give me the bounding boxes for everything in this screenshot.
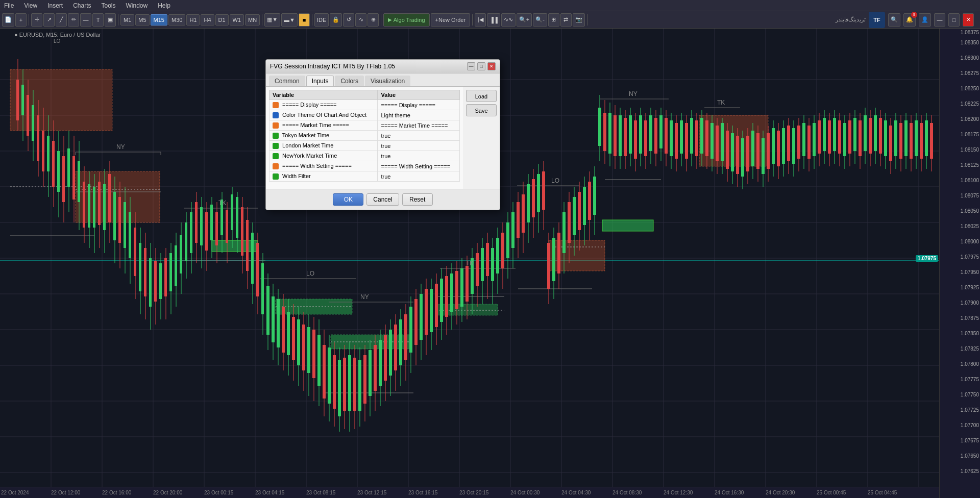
zoom-in-button[interactable]: + <box>15 13 27 27</box>
new-chart-button[interactable]: 📄 <box>2 13 14 27</box>
close-button[interactable]: ✕ <box>963 13 974 27</box>
time-label-15: 24 Oct 20:30 <box>766 490 795 495</box>
table-row[interactable]: London Market Time true <box>270 141 460 151</box>
scroll-back[interactable]: |◀ <box>475 13 486 27</box>
refresh-button[interactable]: ↺ <box>343 13 354 27</box>
svg-rect-418 <box>920 123 923 159</box>
svg-rect-148 <box>231 194 233 230</box>
row-var-text: ===== Width Setting ===== <box>282 163 352 169</box>
tab-common[interactable]: Common <box>269 76 305 86</box>
maximize-button[interactable]: □ <box>948 13 960 27</box>
dialog-close-button[interactable]: ✕ <box>487 62 496 70</box>
sync-button[interactable]: ⇄ <box>560 13 572 27</box>
save-button[interactable]: Save <box>466 104 497 116</box>
new-order-label: New Order <box>438 17 465 23</box>
profile-icon[interactable]: 👤 <box>919 13 931 27</box>
tf-mn[interactable]: MN <box>245 14 260 26</box>
tab-visualization[interactable]: Visualization <box>365 76 410 86</box>
settings-dialog[interactable]: FVG Session Intraday ICT MT5 By TFlab 1.… <box>265 59 500 210</box>
svg-rect-90 <box>83 182 85 228</box>
svg-rect-310 <box>644 120 647 156</box>
chart-color[interactable]: ■ <box>299 13 310 27</box>
tf-h1[interactable]: H1 <box>186 14 200 26</box>
table-row[interactable]: Color Theme Of Chart And Object Light th… <box>270 110 460 120</box>
draw-tool[interactable]: ✏ <box>68 13 79 27</box>
text-tool[interactable]: T <box>92 13 104 27</box>
tf-m15[interactable]: M15 <box>151 14 167 26</box>
hline-tool[interactable]: — <box>80 13 91 27</box>
chart-area[interactable]: NY TK LO NY TK LO NY TK ● EURUSD, M15: E… <box>0 29 980 498</box>
table-row[interactable]: ===== Market Time ===== ===== Market Tim… <box>270 120 460 131</box>
zoom-bars[interactable]: ▐▐ <box>487 13 500 27</box>
algo-trading-button[interactable]: ▶ algo_tradingAlgo Trading <box>383 13 429 27</box>
tf-m1[interactable]: M1 <box>120 14 134 26</box>
tf-w1[interactable]: W1 <box>230 14 244 26</box>
arrow-tool[interactable]: ↗ <box>43 13 55 27</box>
zoom-out-btn[interactable]: 🔍- <box>533 13 547 27</box>
svg-rect-202 <box>369 350 372 396</box>
load-button[interactable]: Load <box>466 90 497 102</box>
time-axis: 22 Oct 2024 22 Oct 12:00 22 Oct 16:00 22… <box>0 487 939 498</box>
menu-charts[interactable]: Charts <box>71 1 93 10</box>
dialog-minimize-button[interactable]: — <box>467 62 475 70</box>
volume-chart[interactable]: ∿∿ <box>501 13 516 27</box>
screenshot-button[interactable]: 📷 <box>573 13 585 27</box>
current-price-badge: 1.07975 <box>916 255 938 262</box>
svg-rect-38 <box>602 220 653 231</box>
svg-rect-196 <box>353 358 356 411</box>
svg-rect-318 <box>665 118 668 154</box>
price-23: 1.07800 <box>940 361 979 367</box>
toolbar-separator-3 <box>262 14 262 26</box>
chart-style-bar[interactable]: ▬▼ <box>281 13 298 27</box>
svg-rect-98 <box>103 184 106 230</box>
ide-button[interactable]: IDE <box>314 13 329 27</box>
reset-button[interactable]: Reset <box>402 193 433 206</box>
toolbar-separator-5 <box>381 14 381 26</box>
menu-insert[interactable]: Insert <box>45 1 65 10</box>
cancel-button[interactable]: Cancel <box>366 193 399 206</box>
table-row[interactable]: NewYork Market Time true <box>270 151 460 161</box>
tf-m5[interactable]: M5 <box>135 14 149 26</box>
menu-file[interactable]: File <box>2 1 16 10</box>
grid-toggle[interactable]: ⊞ <box>548 13 559 27</box>
svg-rect-388 <box>843 123 846 156</box>
chart-type-selector[interactable]: ▦▼ <box>264 13 280 27</box>
tab-inputs[interactable]: Inputs <box>306 76 334 86</box>
price-9: 1.08150 <box>940 147 979 153</box>
tf-d1[interactable]: D1 <box>215 14 229 26</box>
tab-colors[interactable]: Colors <box>335 76 364 86</box>
ok-button[interactable]: OK <box>333 193 363 206</box>
indicator-button[interactable]: ∿ <box>355 13 366 27</box>
svg-rect-214 <box>399 319 402 365</box>
tf-m30[interactable]: M30 <box>168 14 185 26</box>
dialog-restore-button[interactable]: □ <box>477 62 485 70</box>
svg-rect-402 <box>879 118 882 154</box>
menu-tools[interactable]: Tools <box>100 1 118 10</box>
time-label-17: 25 Oct 04:45 <box>868 490 897 495</box>
lock-button[interactable]: 🔒 <box>330 13 342 27</box>
table-row[interactable]: ===== Display ===== ===== Display ===== <box>270 100 460 110</box>
tf-h4[interactable]: H4 <box>201 14 214 26</box>
dialog-table-container[interactable]: Variable Value ===== Display ===== ===== <box>266 87 463 189</box>
svg-rect-392 <box>853 118 856 151</box>
svg-rect-350 <box>746 136 749 171</box>
svg-rect-368 <box>792 128 795 164</box>
notification-icon[interactable]: 🔔 9 <box>903 13 916 27</box>
new-order-button[interactable]: + New Order <box>431 13 471 27</box>
toolbar-separator-7 <box>587 14 587 26</box>
crosshair-tool[interactable]: ✛ <box>31 13 42 27</box>
minimize-button[interactable]: — <box>934 13 945 27</box>
table-row[interactable]: Width Filter true <box>270 171 460 182</box>
table-row[interactable]: ===== Width Setting ===== ===== Width Se… <box>270 161 460 171</box>
svg-rect-322 <box>675 123 678 159</box>
shapes-tool[interactable]: ▣ <box>105 13 116 27</box>
table-row[interactable]: Tokyo Market Time true <box>270 131 460 141</box>
algo-indicator[interactable]: ⊕ <box>368 13 379 27</box>
menu-help[interactable]: Help <box>156 1 173 10</box>
menu-window[interactable]: Window <box>124 1 150 10</box>
zoom-in-btn2[interactable]: 🔍+ <box>517 13 532 27</box>
line-tool[interactable]: ╱ <box>56 13 67 27</box>
search-icon[interactable]: 🔍 <box>888 13 900 27</box>
svg-rect-364 <box>782 128 785 164</box>
menu-view[interactable]: View <box>22 1 39 10</box>
